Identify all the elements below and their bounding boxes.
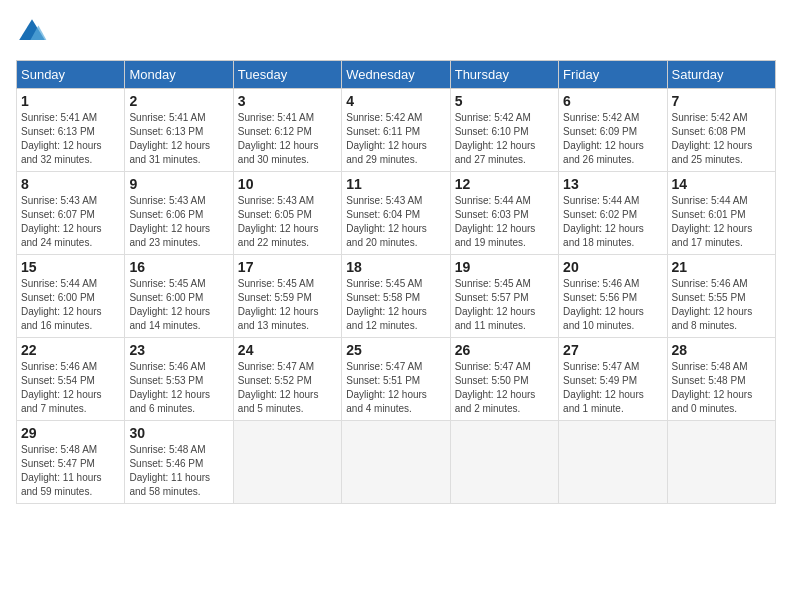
logo-icon [16, 16, 48, 48]
day-cell-7: 7Sunrise: 5:42 AM Sunset: 6:08 PM Daylig… [667, 89, 775, 172]
day-number: 10 [238, 176, 337, 192]
day-cell-21: 21Sunrise: 5:46 AM Sunset: 5:55 PM Dayli… [667, 255, 775, 338]
day-number: 29 [21, 425, 120, 441]
day-number: 19 [455, 259, 554, 275]
day-number: 4 [346, 93, 445, 109]
day-number: 17 [238, 259, 337, 275]
day-info: Sunrise: 5:47 AM Sunset: 5:52 PM Dayligh… [238, 360, 337, 416]
day-cell-20: 20Sunrise: 5:46 AM Sunset: 5:56 PM Dayli… [559, 255, 667, 338]
day-cell-24: 24Sunrise: 5:47 AM Sunset: 5:52 PM Dayli… [233, 338, 341, 421]
day-cell-11: 11Sunrise: 5:43 AM Sunset: 6:04 PM Dayli… [342, 172, 450, 255]
day-number: 6 [563, 93, 662, 109]
day-cell-18: 18Sunrise: 5:45 AM Sunset: 5:58 PM Dayli… [342, 255, 450, 338]
day-number: 28 [672, 342, 771, 358]
day-number: 22 [21, 342, 120, 358]
day-number: 23 [129, 342, 228, 358]
empty-cell [342, 421, 450, 504]
calendar-header-row: SundayMondayTuesdayWednesdayThursdayFrid… [17, 61, 776, 89]
day-info: Sunrise: 5:48 AM Sunset: 5:47 PM Dayligh… [21, 443, 120, 499]
day-cell-22: 22Sunrise: 5:46 AM Sunset: 5:54 PM Dayli… [17, 338, 125, 421]
day-cell-19: 19Sunrise: 5:45 AM Sunset: 5:57 PM Dayli… [450, 255, 558, 338]
day-cell-30: 30Sunrise: 5:48 AM Sunset: 5:46 PM Dayli… [125, 421, 233, 504]
day-number: 2 [129, 93, 228, 109]
calendar-week-3: 15Sunrise: 5:44 AM Sunset: 6:00 PM Dayli… [17, 255, 776, 338]
day-info: Sunrise: 5:43 AM Sunset: 6:07 PM Dayligh… [21, 194, 120, 250]
day-cell-2: 2Sunrise: 5:41 AM Sunset: 6:13 PM Daylig… [125, 89, 233, 172]
logo [16, 16, 52, 48]
day-cell-25: 25Sunrise: 5:47 AM Sunset: 5:51 PM Dayli… [342, 338, 450, 421]
calendar-week-2: 8Sunrise: 5:43 AM Sunset: 6:07 PM Daylig… [17, 172, 776, 255]
empty-cell [667, 421, 775, 504]
day-info: Sunrise: 5:41 AM Sunset: 6:13 PM Dayligh… [21, 111, 120, 167]
day-cell-8: 8Sunrise: 5:43 AM Sunset: 6:07 PM Daylig… [17, 172, 125, 255]
calendar-table: SundayMondayTuesdayWednesdayThursdayFrid… [16, 60, 776, 504]
day-info: Sunrise: 5:47 AM Sunset: 5:50 PM Dayligh… [455, 360, 554, 416]
day-header-friday: Friday [559, 61, 667, 89]
day-cell-13: 13Sunrise: 5:44 AM Sunset: 6:02 PM Dayli… [559, 172, 667, 255]
day-number: 8 [21, 176, 120, 192]
day-info: Sunrise: 5:43 AM Sunset: 6:04 PM Dayligh… [346, 194, 445, 250]
day-info: Sunrise: 5:45 AM Sunset: 5:58 PM Dayligh… [346, 277, 445, 333]
day-number: 16 [129, 259, 228, 275]
day-cell-6: 6Sunrise: 5:42 AM Sunset: 6:09 PM Daylig… [559, 89, 667, 172]
day-cell-12: 12Sunrise: 5:44 AM Sunset: 6:03 PM Dayli… [450, 172, 558, 255]
day-info: Sunrise: 5:45 AM Sunset: 5:59 PM Dayligh… [238, 277, 337, 333]
day-info: Sunrise: 5:47 AM Sunset: 5:49 PM Dayligh… [563, 360, 662, 416]
day-info: Sunrise: 5:42 AM Sunset: 6:11 PM Dayligh… [346, 111, 445, 167]
day-info: Sunrise: 5:45 AM Sunset: 5:57 PM Dayligh… [455, 277, 554, 333]
day-info: Sunrise: 5:44 AM Sunset: 6:03 PM Dayligh… [455, 194, 554, 250]
day-number: 12 [455, 176, 554, 192]
day-cell-5: 5Sunrise: 5:42 AM Sunset: 6:10 PM Daylig… [450, 89, 558, 172]
empty-cell [233, 421, 341, 504]
day-info: Sunrise: 5:41 AM Sunset: 6:13 PM Dayligh… [129, 111, 228, 167]
day-number: 25 [346, 342, 445, 358]
day-cell-29: 29Sunrise: 5:48 AM Sunset: 5:47 PM Dayli… [17, 421, 125, 504]
day-number: 24 [238, 342, 337, 358]
day-number: 13 [563, 176, 662, 192]
day-cell-28: 28Sunrise: 5:48 AM Sunset: 5:48 PM Dayli… [667, 338, 775, 421]
day-number: 5 [455, 93, 554, 109]
day-header-thursday: Thursday [450, 61, 558, 89]
day-number: 30 [129, 425, 228, 441]
day-info: Sunrise: 5:48 AM Sunset: 5:48 PM Dayligh… [672, 360, 771, 416]
day-number: 3 [238, 93, 337, 109]
day-header-saturday: Saturday [667, 61, 775, 89]
calendar-week-5: 29Sunrise: 5:48 AM Sunset: 5:47 PM Dayli… [17, 421, 776, 504]
day-cell-23: 23Sunrise: 5:46 AM Sunset: 5:53 PM Dayli… [125, 338, 233, 421]
empty-cell [559, 421, 667, 504]
day-info: Sunrise: 5:46 AM Sunset: 5:54 PM Dayligh… [21, 360, 120, 416]
day-info: Sunrise: 5:42 AM Sunset: 6:10 PM Dayligh… [455, 111, 554, 167]
day-info: Sunrise: 5:44 AM Sunset: 6:00 PM Dayligh… [21, 277, 120, 333]
day-cell-17: 17Sunrise: 5:45 AM Sunset: 5:59 PM Dayli… [233, 255, 341, 338]
day-info: Sunrise: 5:43 AM Sunset: 6:05 PM Dayligh… [238, 194, 337, 250]
day-cell-3: 3Sunrise: 5:41 AM Sunset: 6:12 PM Daylig… [233, 89, 341, 172]
day-number: 21 [672, 259, 771, 275]
calendar-week-1: 1Sunrise: 5:41 AM Sunset: 6:13 PM Daylig… [17, 89, 776, 172]
calendar-week-4: 22Sunrise: 5:46 AM Sunset: 5:54 PM Dayli… [17, 338, 776, 421]
day-cell-15: 15Sunrise: 5:44 AM Sunset: 6:00 PM Dayli… [17, 255, 125, 338]
day-number: 14 [672, 176, 771, 192]
day-cell-4: 4Sunrise: 5:42 AM Sunset: 6:11 PM Daylig… [342, 89, 450, 172]
day-info: Sunrise: 5:47 AM Sunset: 5:51 PM Dayligh… [346, 360, 445, 416]
day-info: Sunrise: 5:46 AM Sunset: 5:56 PM Dayligh… [563, 277, 662, 333]
calendar-body: 1Sunrise: 5:41 AM Sunset: 6:13 PM Daylig… [17, 89, 776, 504]
day-info: Sunrise: 5:42 AM Sunset: 6:08 PM Dayligh… [672, 111, 771, 167]
day-number: 18 [346, 259, 445, 275]
day-cell-10: 10Sunrise: 5:43 AM Sunset: 6:05 PM Dayli… [233, 172, 341, 255]
day-cell-27: 27Sunrise: 5:47 AM Sunset: 5:49 PM Dayli… [559, 338, 667, 421]
day-info: Sunrise: 5:42 AM Sunset: 6:09 PM Dayligh… [563, 111, 662, 167]
day-number: 9 [129, 176, 228, 192]
day-info: Sunrise: 5:44 AM Sunset: 6:02 PM Dayligh… [563, 194, 662, 250]
day-header-monday: Monday [125, 61, 233, 89]
day-header-tuesday: Tuesday [233, 61, 341, 89]
day-header-sunday: Sunday [17, 61, 125, 89]
day-info: Sunrise: 5:44 AM Sunset: 6:01 PM Dayligh… [672, 194, 771, 250]
day-cell-16: 16Sunrise: 5:45 AM Sunset: 6:00 PM Dayli… [125, 255, 233, 338]
day-info: Sunrise: 5:41 AM Sunset: 6:12 PM Dayligh… [238, 111, 337, 167]
day-info: Sunrise: 5:46 AM Sunset: 5:53 PM Dayligh… [129, 360, 228, 416]
day-header-wednesday: Wednesday [342, 61, 450, 89]
day-cell-26: 26Sunrise: 5:47 AM Sunset: 5:50 PM Dayli… [450, 338, 558, 421]
page-header [16, 16, 776, 48]
empty-cell [450, 421, 558, 504]
day-number: 1 [21, 93, 120, 109]
